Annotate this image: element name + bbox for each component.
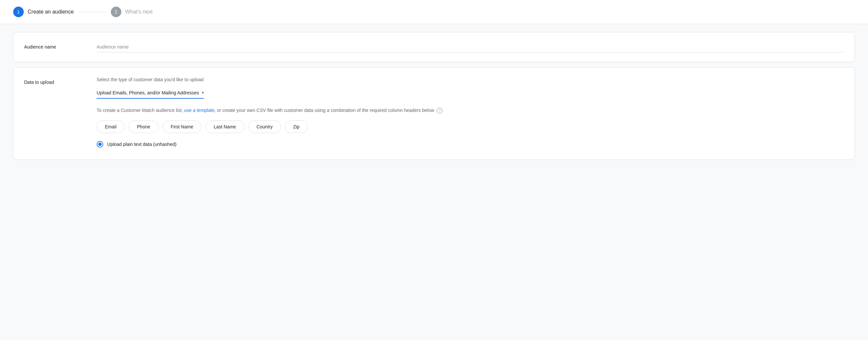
step-2: 2 What's next xyxy=(111,7,153,17)
radio-unhashed-option[interactable]: Upload plain text data (unhashed) xyxy=(97,141,844,147)
column-chip: Last Name xyxy=(206,120,244,133)
dropdown-value: Upload Emails, Phones, and/or Mailing Ad… xyxy=(97,90,199,95)
column-chip: Email xyxy=(97,120,125,133)
step-1-circle: 1 xyxy=(13,7,24,17)
stepper-header: 1 Create an audience 2 What's next xyxy=(0,0,868,24)
step-2-circle: 2 xyxy=(111,7,121,17)
step-1: 1 Create an audience xyxy=(13,7,74,17)
step-connector xyxy=(79,12,105,12)
data-upload-card: Data to upload Select the type of custom… xyxy=(13,67,855,160)
data-upload-content: Select the type of customer data you'd l… xyxy=(97,77,844,150)
column-chip: First Name xyxy=(163,120,202,133)
radio-circle xyxy=(97,141,103,147)
helper-text: To create a Customer Match audience list… xyxy=(97,107,844,114)
step-1-label: Create an audience xyxy=(28,9,74,15)
column-chip: Phone xyxy=(129,120,158,133)
radio-unhashed-label: Upload plain text data (unhashed) xyxy=(107,142,177,147)
main-content: Audience name Data to upload Select the … xyxy=(0,24,868,173)
audience-name-content xyxy=(97,41,844,53)
data-upload-description: Select the type of customer data you'd l… xyxy=(97,77,844,82)
column-chip: Zip xyxy=(285,120,308,133)
audience-name-card: Audience name xyxy=(13,32,855,62)
radio-inner xyxy=(98,143,101,146)
audience-name-label: Audience name xyxy=(24,41,97,50)
data-upload-label: Data to upload xyxy=(24,77,97,85)
template-link[interactable]: use a template xyxy=(184,108,214,113)
data-type-dropdown[interactable]: Upload Emails, Phones, and/or Mailing Ad… xyxy=(97,87,204,99)
column-chips: EmailPhoneFirst NameLast NameCountryZip xyxy=(97,120,844,133)
dropdown-arrow-icon: ▾ xyxy=(202,90,204,95)
column-chip: Country xyxy=(248,120,281,133)
data-upload-row: Data to upload Select the type of custom… xyxy=(13,68,855,160)
audience-name-row: Audience name xyxy=(13,32,855,62)
step-2-label: What's next xyxy=(125,9,153,15)
audience-name-input[interactable] xyxy=(97,41,844,53)
help-icon[interactable]: ? xyxy=(437,108,442,114)
